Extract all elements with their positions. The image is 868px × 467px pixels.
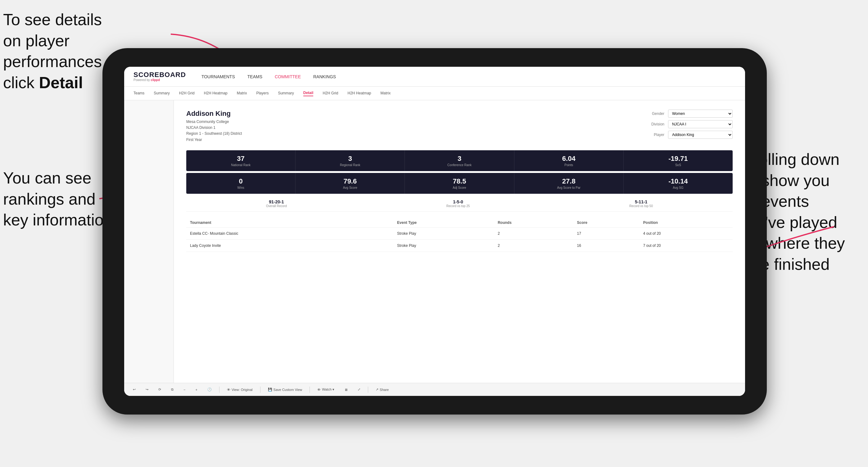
- position-2: 7 out of 20: [640, 240, 733, 251]
- copy-button[interactable]: ⧉: [168, 386, 176, 393]
- logo-area: SCOREBOARD Powered by clippd: [133, 71, 186, 82]
- rounds-2: 2: [494, 240, 573, 251]
- annotation-bold-detail: Detail: [39, 73, 83, 92]
- content-area: Addison King Mesa Community College NJCA…: [174, 100, 745, 396]
- stat-adj-score: 78.5 Adj Score: [405, 173, 514, 194]
- records-row: 91-20-1 Overall Record 1-5-0 Record vs t…: [186, 196, 733, 212]
- player-region: Region 1 - Southwest (18) District: [186, 131, 242, 136]
- expand-button[interactable]: ⤢: [355, 386, 363, 393]
- redo-button[interactable]: ↪: [143, 386, 151, 393]
- save-custom-label: Save Custom View: [274, 388, 302, 392]
- col-score: Score: [574, 218, 640, 227]
- col-position: Position: [640, 218, 733, 227]
- tournament-table: Tournament Event Type Rounds Score Posit…: [186, 218, 733, 252]
- sub-nav-summary2[interactable]: Summary: [278, 91, 294, 96]
- stat-conference-rank: 3 Conference Rank: [405, 150, 514, 171]
- score-2: 16: [574, 240, 640, 251]
- player-controls: Gender Women Division NJCAA I: [646, 110, 733, 143]
- watch-button[interactable]: 👁 Watch ▾: [315, 386, 337, 393]
- division-select[interactable]: NJCAA I: [668, 120, 733, 128]
- watch-icon: 👁: [317, 388, 321, 392]
- annotation-top-left: To see details on player performances cl…: [3, 9, 115, 93]
- stat-sos: -19.71 SoS: [624, 150, 733, 171]
- share-icon: ↗: [376, 387, 378, 392]
- stat-avg-score-to-par: 27.8 Avg Score to Par: [515, 173, 624, 194]
- table-row: Estella CC- Mountain Classic Stroke Play…: [186, 227, 733, 240]
- share-label: Share: [380, 388, 389, 392]
- position-1: 4 out of 20: [640, 227, 733, 240]
- player-name: Addison King: [186, 110, 242, 118]
- record-overall: 91-20-1 Overall Record: [266, 199, 287, 208]
- view-original-label: View: Original: [231, 388, 253, 392]
- plus-button[interactable]: +: [193, 386, 199, 393]
- nav-bar: SCOREBOARD Powered by clippd TOURNAMENTS…: [124, 67, 745, 87]
- division-control: Division NJCAA I: [646, 120, 733, 128]
- sub-nav-h2h-heatmap2[interactable]: H2H Heatmap: [347, 91, 371, 96]
- nav-committee[interactable]: COMMITTEE: [275, 74, 301, 79]
- nav-teams[interactable]: TEAMS: [247, 74, 262, 79]
- sub-nav-detail[interactable]: Detail: [303, 91, 314, 96]
- sub-nav: Teams Summary H2H Grid H2H Heatmap Matri…: [124, 87, 745, 100]
- player-label: Player: [646, 132, 664, 137]
- separator-4: [368, 386, 368, 393]
- event-type-1: Stroke Play: [393, 227, 494, 240]
- record-top50: 5-11-1 Record vs top 50: [629, 199, 653, 208]
- tournament-name-2: Lady Coyote Invite: [186, 240, 393, 251]
- stat-avg-score: 79.6 Avg Score: [296, 173, 405, 194]
- minus-button[interactable]: −: [181, 386, 188, 393]
- separator-2: [260, 386, 260, 393]
- stat-wins: 0 Wins: [186, 173, 296, 194]
- sub-nav-h2h-heatmap[interactable]: H2H Heatmap: [204, 91, 227, 96]
- sub-nav-h2h-grid[interactable]: H2H Grid: [179, 91, 195, 96]
- col-event-type: Event Type: [393, 218, 494, 227]
- save-custom-button[interactable]: 💾 Save Custom View: [266, 386, 305, 393]
- score-1: 17: [574, 227, 640, 240]
- logo-text: SCOREBOARD: [133, 71, 186, 78]
- tournament-name-1: Estella CC- Mountain Classic: [186, 227, 393, 240]
- stats-row-1: 37 National Rank 3 Regional Rank 3 Confe…: [186, 150, 733, 171]
- record-top25: 1-5-0 Record vs top 25: [446, 199, 470, 208]
- gender-select[interactable]: Women: [668, 110, 733, 118]
- player-school: Mesa Community College: [186, 119, 242, 125]
- save-icon: 💾: [268, 387, 272, 392]
- eye-icon: 👁: [227, 388, 230, 392]
- sub-nav-matrix2[interactable]: Matrix: [381, 91, 391, 96]
- sub-nav-h2h-grid2[interactable]: H2H Grid: [322, 91, 338, 96]
- undo-button[interactable]: ↩: [130, 386, 138, 393]
- left-sidebar: [124, 100, 174, 396]
- view-original-button[interactable]: 👁 View: Original: [224, 386, 255, 393]
- col-tournament: Tournament: [186, 218, 393, 227]
- nav-tournaments[interactable]: TOURNAMENTS: [202, 74, 235, 79]
- event-type-2: Stroke Play: [393, 240, 494, 251]
- player-header: Addison King Mesa Community College NJCA…: [186, 110, 733, 143]
- player-select[interactable]: Addison King: [668, 131, 733, 139]
- tablet-frame: SCOREBOARD Powered by clippd TOURNAMENTS…: [102, 48, 767, 414]
- logo-sub: Powered by clippd: [133, 78, 186, 82]
- clock-button[interactable]: 🕐: [205, 386, 214, 393]
- separator-1: [219, 386, 219, 393]
- rounds-1: 2: [494, 227, 573, 240]
- sub-nav-matrix[interactable]: Matrix: [237, 91, 247, 96]
- nav-rankings[interactable]: RANKINGS: [313, 74, 336, 79]
- stat-regional-rank: 3 Regional Rank: [296, 150, 405, 171]
- stats-row-2: 0 Wins 79.6 Avg Score 78.5 Adj Score 27.…: [186, 173, 733, 194]
- stat-points: 6.04 Points: [515, 150, 624, 171]
- bottom-toolbar: ↩ ↪ ⟳ ⧉ − + 🕐 👁 View: Original 💾 Save Cu…: [124, 383, 745, 396]
- player-year: First Year: [186, 137, 242, 143]
- sub-nav-summary[interactable]: Summary: [154, 91, 169, 96]
- col-rounds: Rounds: [494, 218, 573, 227]
- nav-links: TOURNAMENTS TEAMS COMMITTEE RANKINGS: [202, 74, 336, 79]
- sub-nav-players[interactable]: Players: [256, 91, 269, 96]
- main-content: Addison King Mesa Community College NJCA…: [124, 100, 745, 396]
- gender-label: Gender: [646, 112, 664, 116]
- sub-nav-teams[interactable]: Teams: [133, 91, 144, 96]
- division-label: Division: [646, 122, 664, 126]
- watch-label: Watch ▾: [322, 387, 334, 392]
- player-info: Addison King Mesa Community College NJCA…: [186, 110, 242, 143]
- table-row: Lady Coyote Invite Stroke Play 2 16 7 ou…: [186, 240, 733, 251]
- refresh-button[interactable]: ⟳: [156, 386, 164, 393]
- monitor-button[interactable]: 🖥: [342, 386, 350, 393]
- gender-control: Gender Women: [646, 110, 733, 118]
- tablet-screen: SCOREBOARD Powered by clippd TOURNAMENTS…: [124, 67, 745, 396]
- share-button[interactable]: ↗ Share: [373, 386, 391, 393]
